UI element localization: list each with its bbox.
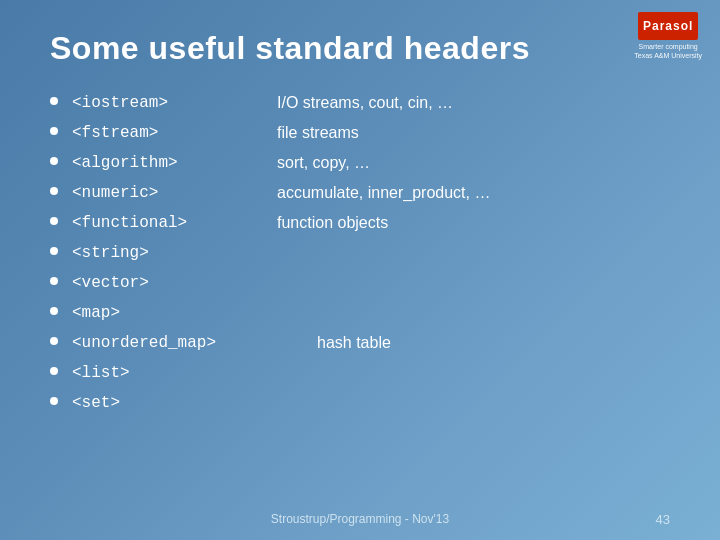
list-item: <map> xyxy=(50,301,670,325)
item-content: <string> xyxy=(72,241,257,265)
bullet-dot xyxy=(50,367,58,375)
item-content: <set> xyxy=(72,391,257,415)
bullet-dot xyxy=(50,97,58,105)
bullet-dot xyxy=(50,157,58,165)
header-name: <list> xyxy=(72,361,257,385)
item-content: <list> xyxy=(72,361,257,385)
bullet-dot xyxy=(50,277,58,285)
logo-text: Parasol xyxy=(643,19,693,33)
header-name: <unordered_map> xyxy=(72,331,257,355)
logo-box: Parasol xyxy=(638,12,698,40)
list-item: <numeric> accumulate, inner_product, … xyxy=(50,181,670,205)
logo-sub: Smarter computing Texas A&M University xyxy=(634,42,702,60)
bullet-list: <iostream> I/O streams, cout, cin, … <fs… xyxy=(50,91,670,415)
list-item: <unordered_map> hash table xyxy=(50,331,670,355)
list-item: <fstream> file streams xyxy=(50,121,670,145)
header-desc: sort, copy, … xyxy=(277,151,370,175)
header-desc: I/O streams, cout, cin, … xyxy=(277,91,453,115)
header-name: <fstream> xyxy=(72,121,257,145)
header-desc: file streams xyxy=(277,121,359,145)
bullet-dot xyxy=(50,127,58,135)
item-content: <numeric> accumulate, inner_product, … xyxy=(72,181,490,205)
header-name: <iostream> xyxy=(72,91,257,115)
list-item: <set> xyxy=(50,391,670,415)
logo: Parasol Smarter computing Texas A&M Univ… xyxy=(634,12,702,60)
header-name: <functional> xyxy=(72,211,257,235)
item-content: <iostream> I/O streams, cout, cin, … xyxy=(72,91,453,115)
footer-text: Stroustrup/Programming - Nov'13 xyxy=(271,512,449,526)
item-content: <vector> xyxy=(72,271,257,295)
bullet-dot xyxy=(50,217,58,225)
item-content: <functional> function objects xyxy=(72,211,388,235)
item-content: <map> xyxy=(72,301,257,325)
header-name: <set> xyxy=(72,391,257,415)
header-name: <map> xyxy=(72,301,257,325)
slide-title: Some useful standard headers xyxy=(50,30,670,67)
footer-page: 43 xyxy=(656,512,670,527)
item-content: <unordered_map> hash table xyxy=(72,331,391,355)
header-name: <string> xyxy=(72,241,257,265)
header-name: <vector> xyxy=(72,271,257,295)
slide: Parasol Smarter computing Texas A&M Univ… xyxy=(0,0,720,540)
bullet-dot xyxy=(50,337,58,345)
list-item: <functional> function objects xyxy=(50,211,670,235)
list-item: <list> xyxy=(50,361,670,385)
list-item: <string> xyxy=(50,241,670,265)
header-desc: hash table xyxy=(317,331,391,355)
header-name: <algorithm> xyxy=(72,151,257,175)
item-content: <fstream> file streams xyxy=(72,121,359,145)
header-desc: accumulate, inner_product, … xyxy=(277,181,490,205)
bullet-dot xyxy=(50,187,58,195)
footer: Stroustrup/Programming - Nov'13 43 xyxy=(0,512,720,526)
header-name: <numeric> xyxy=(72,181,257,205)
bullet-dot xyxy=(50,247,58,255)
bullet-dot xyxy=(50,397,58,405)
list-item: <algorithm> sort, copy, … xyxy=(50,151,670,175)
item-content: <algorithm> sort, copy, … xyxy=(72,151,370,175)
list-item: <iostream> I/O streams, cout, cin, … xyxy=(50,91,670,115)
bullet-dot xyxy=(50,307,58,315)
header-desc: function objects xyxy=(277,211,388,235)
list-item: <vector> xyxy=(50,271,670,295)
